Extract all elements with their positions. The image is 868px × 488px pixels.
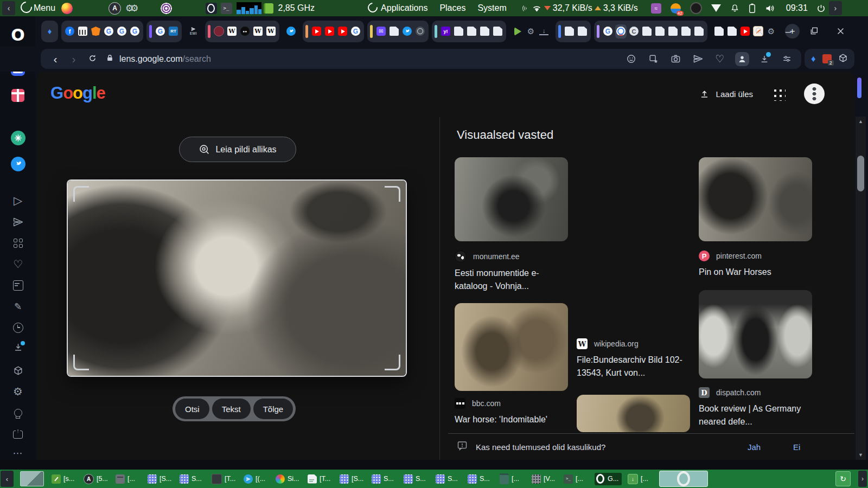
back-button[interactable]: ‹ [46,53,65,66]
reload-button[interactable] [83,53,101,66]
result-title[interactable]: War horse: 'Indomitable' [455,413,568,426]
tab-doc[interactable] [453,24,464,38]
tab-google[interactable]: G [155,24,166,38]
taskbar-item[interactable]: [S... [146,473,174,485]
feedback-no-button[interactable]: Ei [793,442,800,452]
tab-doc[interactable] [680,24,692,38]
notifications-bell-icon[interactable] [730,3,739,13]
taskbar-item[interactable]: ↓[... [627,472,654,486]
opera-window-button-pressed[interactable] [659,471,708,487]
window-maximize-button[interactable] [807,24,821,38]
tab-lens-active[interactable] [615,24,627,38]
tab-twitter[interactable] [401,24,413,38]
tor-icon[interactable] [161,3,172,14]
lock-icon[interactable] [106,54,114,65]
mode-text[interactable]: Tekst [212,399,251,419]
tab-doc[interactable] [667,24,679,38]
crop-handle-bottom-right[interactable] [385,355,400,370]
crop-handle-bottom-left[interactable] [73,355,89,370]
taskbar-item[interactable]: S... [178,473,206,485]
result-thumbnail[interactable] [699,290,812,378]
tab-gear[interactable]: ⚙ [525,24,537,38]
tab-doc[interactable] [726,24,738,38]
tab-yahoo[interactable]: y! [440,24,451,38]
gem-extension-icon[interactable]: ♦ [811,54,816,65]
clock[interactable]: 09:31 [786,3,808,13]
tab-doc[interactable] [564,24,575,38]
result-thumbnail[interactable] [577,395,690,432]
result-title[interactable]: Book review | As Germany neared defe... [699,402,812,428]
tab-youtube[interactable] [324,24,335,38]
media-tray-icon[interactable]: ≈ [651,3,661,14]
search-a-icon[interactable]: A [108,2,121,15]
play-icon[interactable]: ▷ [10,192,26,209]
taskbar-expand-button[interactable]: › [858,471,867,487]
volume-icon[interactable] [765,4,775,13]
scrollbar-thumb[interactable] [857,156,864,191]
taskbar-item[interactable]: [(... [242,473,270,485]
profile-icon[interactable] [735,52,749,66]
google-apps-grid-icon[interactable] [771,87,786,101]
taskbar-item[interactable]: [... [499,472,526,486]
taskbar-item[interactable]: [V... [531,473,558,485]
tab-doc[interactable] [577,24,588,38]
power-icon[interactable] [816,4,826,13]
taskbar-item[interactable]: [... [114,473,142,485]
snapshot-camera-icon[interactable] [668,52,682,66]
feed-icon[interactable] [10,277,26,293]
tab-doc[interactable] [641,24,653,38]
tab-chrome[interactable]: C [628,24,640,38]
result-title[interactable]: File:Bundesarchiv Bild 102-13543, Kurt v… [577,354,690,380]
result-title[interactable]: Pin on War Horses [699,266,812,279]
tab-doc[interactable] [466,24,477,38]
find-image-source-button[interactable]: Leia pildi allikas [179,137,296,162]
tab-doc[interactable] [693,24,705,38]
more-icon[interactable]: ⋯ [10,445,26,461]
tab-medium[interactable]: ●● [239,24,251,38]
opera-launcher-icon[interactable] [206,3,217,14]
menu-icon[interactable] [21,2,32,15]
bookmark-heart-icon[interactable]: ♡ [713,52,727,66]
tab-doc[interactable] [492,24,503,38]
result-source[interactable]: W wikipedia.org [577,338,690,349]
taskbar-item[interactable]: [T... [307,473,334,485]
crop-handle-top-right[interactable] [385,186,400,202]
updates-tray-icon[interactable]: 42 [671,3,681,14]
window-minimize-button[interactable] [781,24,795,38]
tab-google[interactable]: G [350,24,361,38]
menu-system[interactable]: System [477,3,506,13]
tab-youtube[interactable] [337,24,348,38]
tune-settings-icon[interactable] [780,52,794,66]
tab-google[interactable]: G [103,24,114,38]
history-icon[interactable] [10,319,26,336]
firefox-icon[interactable] [61,3,73,14]
recycle-bin-icon[interactable]: ↻ [835,471,851,486]
emoji-icon[interactable] [624,52,638,66]
menu-label[interactable]: Menu [34,3,55,13]
tab-doc[interactable] [713,24,725,38]
result-source[interactable]: P pinterest.com [699,251,812,261]
upload-button[interactable]: Laadi üles [699,89,753,99]
menu-places[interactable]: Places [439,3,465,13]
taskbar-item[interactable]: >_[... [563,473,590,485]
result-thumbnail[interactable] [455,157,568,241]
settings-icon[interactable]: ⚙ [10,383,26,400]
tab-wikipedia[interactable]: W [265,24,277,38]
scroll-up-arrow[interactable]: ▲ [856,117,866,126]
tab-crest[interactable] [213,24,225,38]
taskbar-item[interactable]: G... [595,473,622,485]
tab-facebook[interactable]: f [64,24,75,38]
downloads-icon[interactable] [10,341,26,357]
bulb-icon[interactable] [10,404,26,421]
results-scrollbar[interactable]: ▲ ▼ [856,117,866,460]
taskbar-item[interactable]: [S... [339,473,366,485]
result-source[interactable]: bbc.com [455,398,568,409]
tab-gem[interactable]: ♦ [44,24,55,38]
scroll-down-arrow[interactable]: ▼ [856,450,866,460]
gears-icon[interactable]: ⚙⚙ [125,3,135,14]
result-thumbnail[interactable] [577,157,690,330]
send-icon[interactable] [10,214,26,230]
extension-with-badge-icon[interactable]: 2 [822,54,832,63]
wifi-icon[interactable] [532,4,542,12]
grid-icon[interactable] [10,235,26,251]
